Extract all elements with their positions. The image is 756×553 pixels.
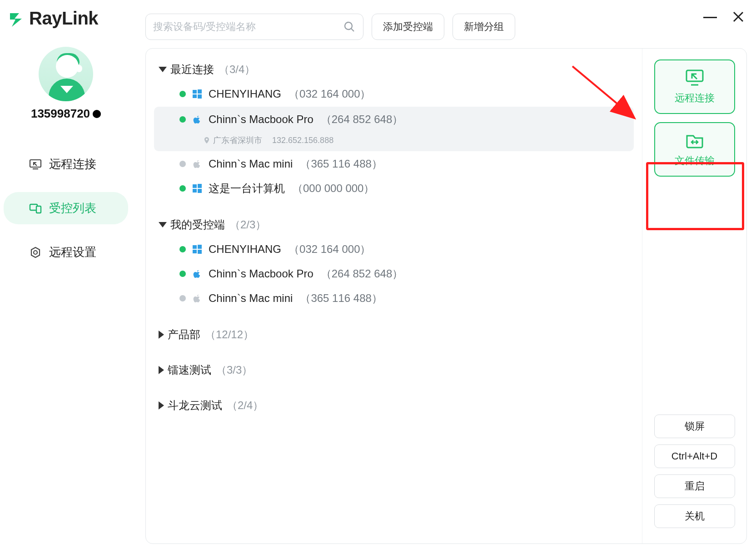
- group-header[interactable]: 最近连接（3/4）: [146, 58, 642, 81]
- windows-icon: [192, 89, 202, 99]
- svg-rect-6: [193, 90, 197, 94]
- svg-rect-7: [198, 89, 202, 94]
- device-name: 这是一台计算机: [209, 181, 285, 196]
- button-label: 文件传输: [675, 154, 715, 168]
- gear-icon: [29, 246, 42, 259]
- nav-remote-connect[interactable]: 远程连接: [4, 148, 128, 180]
- chevron-down-icon: [159, 67, 167, 72]
- nav-controlled-list[interactable]: 受控列表: [4, 192, 128, 224]
- svg-rect-12: [193, 189, 197, 193]
- svg-rect-13: [198, 189, 202, 193]
- svg-marker-3: [31, 247, 40, 257]
- group-header[interactable]: 镭速测试（3/3）: [146, 358, 642, 382]
- add-group-button[interactable]: 新增分组: [453, 14, 515, 40]
- svg-rect-8: [193, 94, 197, 98]
- avatar[interactable]: [39, 47, 93, 101]
- close-button[interactable]: [732, 11, 744, 23]
- svg-point-5: [345, 22, 352, 30]
- windows-icon: [192, 244, 202, 254]
- shutdown-button[interactable]: 关机: [654, 504, 735, 528]
- device-id: （000 000 000）: [292, 181, 374, 196]
- group-name: 我的受控端: [170, 217, 225, 232]
- devices-icon: [29, 202, 42, 215]
- restart-button[interactable]: 重启: [654, 474, 735, 498]
- search-box[interactable]: [145, 14, 363, 40]
- svg-rect-17: [198, 250, 202, 254]
- topbar: 添加受控端 新增分组: [145, 14, 747, 40]
- group-header[interactable]: 我的受控端（2/3）: [146, 213, 642, 237]
- status-dot-icon: [179, 116, 186, 123]
- group-name: 斗龙云测试: [168, 398, 222, 413]
- chevron-right-icon: [159, 331, 164, 339]
- svg-rect-15: [198, 245, 202, 249]
- device-row[interactable]: CHENYIHANG（032 164 000）: [154, 237, 634, 261]
- status-dot-icon: [179, 295, 186, 301]
- svg-rect-11: [198, 184, 202, 188]
- raylink-logo-icon: [8, 10, 26, 28]
- group-count: （3/4）: [219, 62, 255, 77]
- device-name: Chinn`s Macbook Pro: [209, 113, 313, 126]
- nav-label: 受控列表: [49, 200, 96, 216]
- panel: 最近连接（3/4）CHENYIHANG（032 164 000）Chinn`s …: [145, 48, 747, 544]
- device-id: （264 852 648）: [321, 267, 403, 281]
- device-id: （264 852 648）: [321, 112, 403, 127]
- chevron-down-icon: [159, 222, 167, 227]
- apple-icon: [192, 159, 202, 169]
- masked-dot-icon: [93, 110, 101, 118]
- ctrl-alt-d-button[interactable]: Ctrl+Alt+D: [654, 444, 735, 468]
- svg-rect-16: [193, 250, 197, 253]
- svg-rect-10: [193, 184, 197, 188]
- main: 添加受控端 新增分组 最近连接（3/4）CHENYIHANG（032 164 0…: [132, 0, 756, 553]
- windows-icon: [192, 183, 202, 193]
- minimize-button[interactable]: —: [703, 10, 717, 24]
- device-id: （032 164 000）: [288, 87, 371, 101]
- username[interactable]: 135998720: [31, 107, 101, 121]
- svg-rect-14: [193, 245, 197, 249]
- device-row[interactable]: Chinn`s Mac mini（365 116 488）: [154, 286, 634, 310]
- remote-connect-button[interactable]: 远程连接: [654, 59, 735, 114]
- group-count: （12/12）: [205, 327, 254, 342]
- device-name: Chinn`s Mac mini: [209, 158, 293, 170]
- svg-point-4: [34, 251, 37, 254]
- chevron-right-icon: [159, 366, 164, 374]
- sidebar: RayLink 135998720 远程连接 受控列表: [0, 0, 132, 553]
- group-count: （2/3）: [229, 217, 266, 232]
- search-icon[interactable]: [343, 20, 356, 33]
- folder-transfer-icon: [685, 131, 705, 149]
- action-column: 远程连接 文件传输 锁屏 Ctrl+Alt+D 重启 关机: [642, 49, 746, 543]
- group-name: 镭速测试: [168, 363, 211, 377]
- status-dot-icon: [179, 185, 186, 192]
- nav-label: 远程连接: [49, 156, 96, 172]
- device-name: Chinn`s Mac mini: [209, 292, 293, 305]
- lock-screen-button[interactable]: 锁屏: [654, 415, 735, 438]
- nav-remote-settings[interactable]: 远程设置: [4, 236, 128, 268]
- device-row[interactable]: 这是一台计算机（000 000 000）: [154, 177, 634, 200]
- nav-label: 远程设置: [49, 244, 96, 260]
- device-list: 最近连接（3/4）CHENYIHANG（032 164 000）Chinn`s …: [146, 49, 642, 543]
- svg-rect-0: [30, 160, 41, 167]
- svg-rect-9: [198, 94, 202, 99]
- apple-icon: [192, 114, 202, 124]
- apple-icon: [192, 293, 202, 303]
- device-row[interactable]: Chinn`s Macbook Pro（264 852 648）广东省深圳市 1…: [154, 107, 634, 151]
- device-name: CHENYIHANG: [209, 88, 281, 100]
- nav: 远程连接 受控列表 远程设置: [0, 148, 132, 268]
- file-transfer-button[interactable]: 文件传输: [654, 122, 735, 177]
- device-name: CHENYIHANG: [209, 243, 281, 256]
- device-id: （365 116 488）: [300, 291, 382, 306]
- device-location: 广东省深圳市: [213, 135, 262, 146]
- group-header[interactable]: 斗龙云测试（2/4）: [146, 394, 642, 417]
- status-dot-icon: [179, 271, 186, 277]
- username-text: 135998720: [31, 107, 90, 121]
- device-row[interactable]: Chinn`s Mac mini（365 116 488）: [154, 152, 634, 176]
- group-count: （3/3）: [216, 363, 253, 377]
- group-header[interactable]: 产品部（12/12）: [146, 323, 642, 346]
- device-row[interactable]: CHENYIHANG（032 164 000）: [154, 82, 634, 106]
- svg-rect-2: [36, 206, 41, 213]
- search-input[interactable]: [153, 21, 343, 33]
- device-row[interactable]: Chinn`s Macbook Pro（264 852 648）: [154, 262, 634, 286]
- group-name: 产品部: [168, 327, 200, 342]
- apple-icon: [192, 269, 202, 279]
- add-device-button[interactable]: 添加受控端: [372, 14, 444, 40]
- device-id: （032 164 000）: [288, 242, 371, 257]
